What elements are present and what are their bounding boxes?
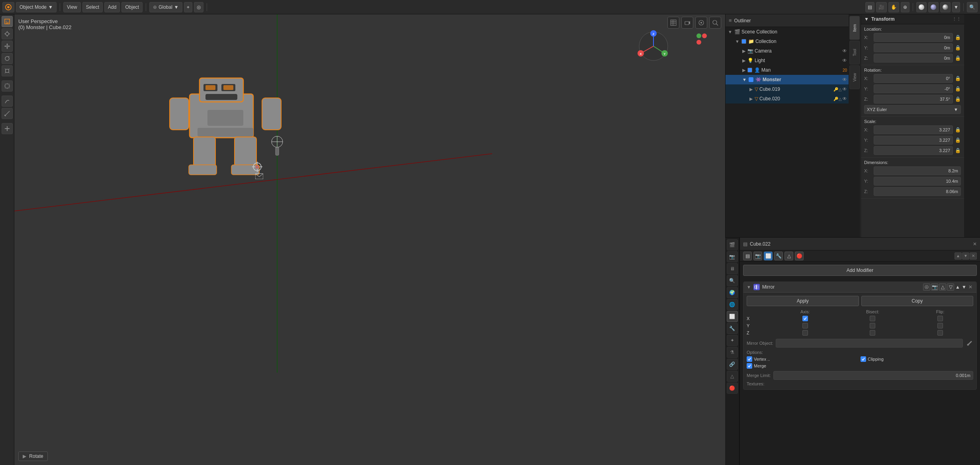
apply-button[interactable]: Apply xyxy=(747,296,859,306)
camera-eye-icon[interactable]: 👁 xyxy=(842,48,847,54)
output-prop-tab[interactable]: 🖥 xyxy=(727,263,738,274)
physics-prop-tab[interactable]: ⚗ xyxy=(727,347,738,358)
outliner-cube019[interactable]: ▶ ▽ Cube.019 🔑 △ 👁 xyxy=(726,84,849,94)
scale-tool-btn[interactable] xyxy=(2,65,13,76)
transform-tool-btn[interactable] xyxy=(2,80,13,92)
mirror-render-toggle[interactable]: 📷 xyxy=(931,283,938,291)
outliner-light[interactable]: ▶ 💡 Light 👁 xyxy=(726,56,849,65)
viewport-camera-btn[interactable] xyxy=(681,17,693,29)
loc-y-input[interactable] xyxy=(874,43,953,52)
modifier-icon-1[interactable]: ▤ xyxy=(743,252,752,260)
cube020-key-icon[interactable]: 🔑 xyxy=(833,97,838,101)
view-prop-tab[interactable]: 🔍 xyxy=(727,275,738,286)
view-tab[interactable]: View xyxy=(849,65,860,89)
outliner-man[interactable]: ▶ 👤 Man 20 xyxy=(726,65,849,75)
merge-checkbox[interactable] xyxy=(747,363,752,369)
rot-z-input[interactable] xyxy=(874,95,953,104)
outliner-scene-collection[interactable]: ▼ 🎬 Scene Collection xyxy=(726,27,849,37)
world-prop-tab[interactable]: 🌐 xyxy=(727,299,738,310)
mode-selector[interactable]: Object Mode ▼ xyxy=(16,2,57,12)
measure-btn[interactable] xyxy=(2,108,13,119)
viewport[interactable]: User Perspective (0) Monster | Cube.022 xyxy=(14,14,725,465)
cube020-hide-icon[interactable]: △ xyxy=(839,97,842,101)
solid-shading-button[interactable] xyxy=(916,2,927,12)
modifier-down-btn[interactable]: ▼ xyxy=(962,252,969,260)
clipping-checkbox[interactable] xyxy=(861,356,866,362)
flip-z-checkbox[interactable] xyxy=(937,330,943,336)
scene-prop-tab2[interactable]: 🌍 xyxy=(727,287,738,298)
axis-x-checkbox[interactable] xyxy=(802,316,808,321)
add-object-btn[interactable] xyxy=(2,123,13,134)
outliner-monster[interactable]: ▼ 👾 Monster 👁 xyxy=(726,75,849,84)
search-button[interactable]: 🔍 xyxy=(967,2,978,12)
rot-z-lock-icon[interactable]: 🔒 xyxy=(955,96,961,102)
loc-x-lock-icon[interactable]: 🔒 xyxy=(955,34,961,41)
dim-z-input[interactable] xyxy=(874,187,961,196)
mirror-move-up[interactable]: ▲ xyxy=(955,283,960,291)
dim-x-input[interactable] xyxy=(874,166,961,175)
merge-limit-input[interactable] xyxy=(773,371,973,380)
particles-prop-tab[interactable]: ✦ xyxy=(727,335,738,346)
constraints-prop-tab[interactable]: 🔗 xyxy=(727,359,738,370)
modifier-icon-4[interactable]: 🔧 xyxy=(774,252,783,260)
transform-options-icon[interactable]: ⋮⋮ xyxy=(952,17,961,22)
rotate-tool-btn[interactable] xyxy=(2,53,13,64)
render-mode-button[interactable]: 🎥 xyxy=(876,2,887,12)
vertex-checkbox[interactable] xyxy=(747,356,752,362)
flip-y-checkbox[interactable] xyxy=(937,323,943,328)
scale-x-input[interactable] xyxy=(874,125,953,134)
modifier-prop-tab[interactable]: 🔧 xyxy=(727,323,738,334)
collection-vis-checkbox[interactable] xyxy=(741,39,746,44)
object-menu[interactable]: Object xyxy=(121,2,143,12)
cube019-hide-icon[interactable]: △ xyxy=(839,87,842,92)
viewport-zoom-btn[interactable] xyxy=(709,17,721,29)
bisect-x-checkbox[interactable] xyxy=(870,316,875,321)
modifier-icon-5[interactable]: △ xyxy=(784,252,793,260)
render-region-button[interactable]: ▤ xyxy=(865,2,874,12)
loc-z-input[interactable] xyxy=(874,54,953,63)
mirror-collapse-icon[interactable]: ▼ xyxy=(747,285,751,289)
loc-x-input[interactable] xyxy=(874,33,953,42)
scale-x-lock-icon[interactable]: 🔒 xyxy=(955,127,961,133)
monster-eye-icon[interactable]: 👁 xyxy=(842,77,847,82)
scale-y-input[interactable] xyxy=(874,136,953,145)
app-menu-button[interactable] xyxy=(2,2,14,12)
select-tool-btn[interactable] xyxy=(2,16,13,27)
cube019-eye-icon[interactable]: 👁 xyxy=(842,86,847,92)
data-prop-tab[interactable]: △ xyxy=(727,371,738,382)
rot-mode-selector[interactable]: XYZ Euler ▼ xyxy=(864,105,961,114)
material-prop-tab[interactable]: 🔴 xyxy=(727,383,738,394)
rot-x-lock-icon[interactable]: 🔒 xyxy=(955,75,961,82)
scale-z-lock-icon[interactable]: 🔒 xyxy=(955,147,961,154)
scale-z-input[interactable] xyxy=(874,146,953,155)
navigation-gizmo[interactable]: Z Y X xyxy=(638,30,669,62)
mirror-vertex-toggle[interactable]: ▽ xyxy=(947,283,954,291)
add-menu[interactable]: Add xyxy=(104,2,120,12)
snap-button[interactable]: ⌖ xyxy=(184,2,192,12)
move-tool-btn[interactable] xyxy=(2,41,13,52)
modifier-up-btn[interactable]: ▲ xyxy=(955,252,962,260)
rot-x-input[interactable] xyxy=(874,74,953,83)
modifier-icon-2[interactable]: 📷 xyxy=(753,252,762,260)
cube019-key-icon[interactable]: 🔑 xyxy=(833,87,838,92)
rot-y-input[interactable] xyxy=(874,84,953,93)
loc-y-lock-icon[interactable]: 🔒 xyxy=(955,45,961,51)
scale-y-lock-icon[interactable]: 🔒 xyxy=(955,137,961,143)
tool-tab[interactable]: Tool xyxy=(849,41,860,64)
pivot-selector[interactable]: ⊕ Global ▼ xyxy=(149,2,182,12)
render-shading-button[interactable] xyxy=(940,2,951,12)
rot-y-lock-icon[interactable]: 🔒 xyxy=(955,86,961,92)
axis-y-checkbox[interactable] xyxy=(802,323,808,328)
man-vis-checkbox[interactable] xyxy=(747,68,752,72)
viewport-pan-btn[interactable] xyxy=(695,17,707,29)
flip-x-checkbox[interactable] xyxy=(937,316,943,321)
modifier-panel-close2[interactable]: ✕ xyxy=(970,252,977,260)
mirror-edit-toggle[interactable]: △ xyxy=(939,283,946,291)
modifier-icon-3[interactable]: ⬜ xyxy=(764,252,773,260)
shading-extra-button[interactable]: ▼ xyxy=(952,2,960,12)
cube020-eye-icon[interactable]: 👁 xyxy=(842,96,847,102)
viewport-shading-button[interactable]: ✋ xyxy=(888,2,899,12)
axis-z-checkbox[interactable] xyxy=(802,330,808,336)
outliner-cube020[interactable]: ▶ ▽ Cube.020 🔑 △ 👁 xyxy=(726,94,849,104)
mirror-object-eyedrop[interactable] xyxy=(965,339,973,347)
